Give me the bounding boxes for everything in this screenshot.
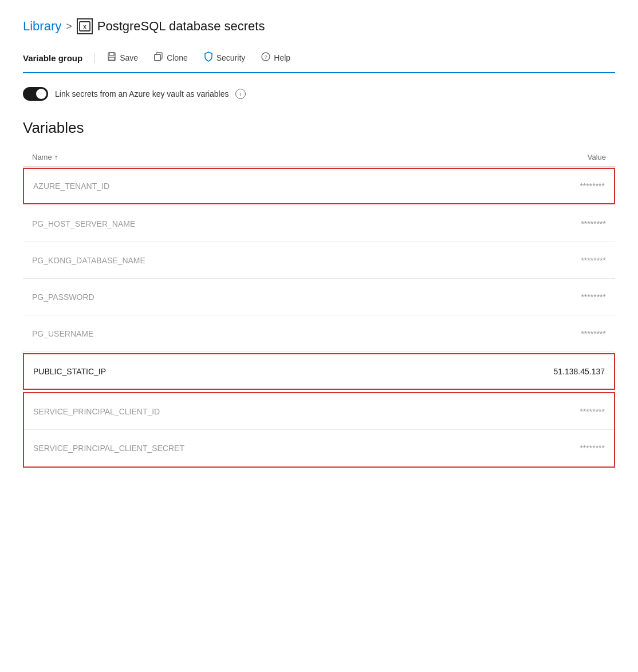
variables-section: Variables Name ↑ Value AZURE_TENANT_ID *… (23, 119, 615, 468)
variable-row-pg-username[interactable]: PG_USERNAME ******** (23, 315, 615, 352)
variable-row-pg-host-server-name[interactable]: PG_HOST_SERVER_NAME ******** (23, 205, 615, 242)
variable-name-pg-host-server-name: PG_HOST_SERVER_NAME (32, 219, 514, 228)
variable-name-pg-username: PG_USERNAME (32, 329, 514, 338)
variable-row-public-static-ip[interactable]: PUBLIC_STATIC_IP 51.138.45.137 (23, 353, 615, 390)
breadcrumb: Library > x PostgreSQL database secrets (23, 18, 615, 34)
breadcrumb-library-link[interactable]: Library (23, 19, 61, 34)
help-icon: ? (261, 52, 270, 64)
svg-text:x: x (83, 23, 86, 30)
variable-name-pg-password: PG_PASSWORD (32, 292, 514, 302)
table-header: Name ↑ Value (23, 153, 615, 167)
variable-value-pg-host-server-name: ******** (514, 219, 606, 228)
variable-value-pg-kong-database-name: ******** (514, 256, 606, 265)
azure-keyvault-toggle[interactable] (23, 87, 48, 101)
svg-text:?: ? (265, 54, 267, 60)
column-value-header: Value (514, 153, 606, 161)
security-icon (204, 52, 213, 64)
toolbar: Variable group Save Clone Security (23, 48, 615, 73)
variable-name-service-principal-client-id: SERVICE_PRINCIPAL_CLIENT_ID (33, 407, 513, 416)
breadcrumb-icon: x (77, 18, 93, 34)
breadcrumb-page-title: PostgreSQL database secrets (97, 19, 265, 34)
clone-label: Clone (167, 53, 188, 62)
help-label: Help (274, 53, 290, 62)
toolbar-group-label: Variable group (23, 53, 94, 63)
service-principal-group: SERVICE_PRINCIPAL_CLIENT_ID ******** SER… (23, 392, 615, 468)
variable-row-azure-tenant-id[interactable]: AZURE_TENANT_ID ******** (23, 168, 615, 204)
save-button[interactable]: Save (99, 49, 146, 67)
azure-keyvault-toggle-row: Link secrets from an Azure key vault as … (23, 87, 615, 101)
variable-row-service-principal-client-id[interactable]: SERVICE_PRINCIPAL_CLIENT_ID ******** (24, 393, 614, 430)
svg-rect-6 (155, 54, 160, 61)
save-label: Save (120, 53, 138, 62)
svg-rect-3 (109, 53, 114, 56)
variable-name-service-principal-client-secret: SERVICE_PRINCIPAL_CLIENT_SECRET (33, 444, 513, 453)
variable-row-pg-kong-database-name[interactable]: PG_KONG_DATABASE_NAME ******** (23, 242, 615, 279)
svg-rect-4 (109, 57, 115, 60)
variable-name-azure-tenant-id: AZURE_TENANT_ID (33, 181, 513, 191)
toggle-label-text: Link secrets from an Azure key vault as … (55, 89, 229, 98)
clone-icon (154, 52, 163, 64)
variable-value-service-principal-client-id: ******** (513, 407, 605, 416)
variable-value-azure-tenant-id: ******** (513, 181, 605, 191)
info-icon[interactable]: i (235, 89, 246, 99)
variable-row-service-principal-client-secret[interactable]: SERVICE_PRINCIPAL_CLIENT_SECRET ******** (24, 430, 614, 467)
column-name-header: Name ↑ (32, 153, 514, 161)
variable-name-pg-kong-database-name: PG_KONG_DATABASE_NAME (32, 256, 514, 265)
variable-value-service-principal-client-secret: ******** (513, 444, 605, 453)
security-button[interactable]: Security (196, 48, 254, 68)
variable-row-pg-password[interactable]: PG_PASSWORD ******** (23, 279, 615, 315)
variable-value-pg-password: ******** (514, 292, 606, 302)
save-icon (107, 52, 116, 64)
variable-name-public-static-ip: PUBLIC_STATIC_IP (33, 367, 513, 376)
sort-arrow-icon[interactable]: ↑ (54, 153, 58, 161)
variable-value-public-static-ip: 51.138.45.137 (513, 367, 605, 376)
breadcrumb-separator: > (66, 21, 72, 33)
variable-value-pg-username: ******** (514, 329, 606, 338)
clone-button[interactable]: Clone (146, 49, 196, 67)
help-button[interactable]: ? Help (253, 49, 298, 67)
security-label: Security (216, 53, 246, 62)
variables-heading: Variables (23, 119, 615, 137)
